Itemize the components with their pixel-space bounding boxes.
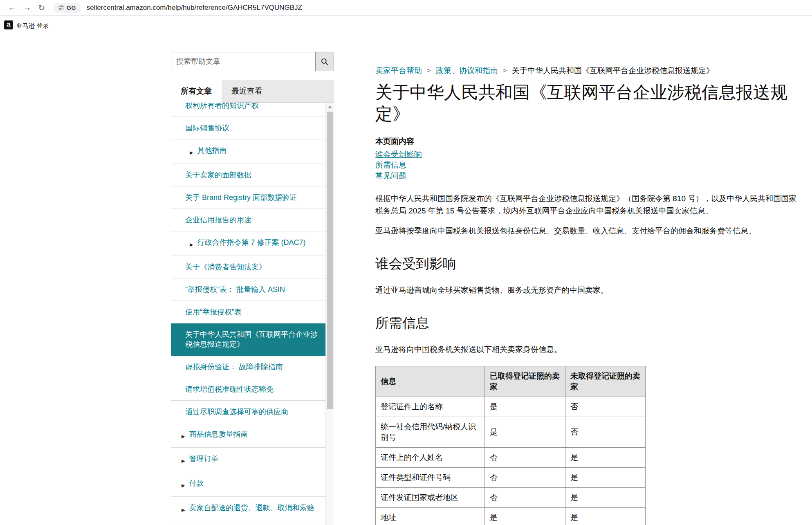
table-header-cell: 未取得登记证照的卖家 [565,366,646,397]
sidebar-item-label: 关于 Brand Registry 面部数据验证 [185,193,297,202]
table-header-cell: 信息 [376,366,485,397]
forward-icon[interactable]: → [20,3,34,12]
site-info-pill[interactable]: GG [53,3,81,13]
breadcrumb-link[interactable]: 卖家平台帮助 [375,65,422,76]
sidebar-item[interactable]: 国际销售协议 [171,117,325,139]
help-article: 卖家平台帮助>政策、协议和指南>关于中华人民共和国《互联网平台企业涉税信息报送规… [375,65,812,525]
reload-icon[interactable]: ↻ [34,3,49,13]
section-paragraph-affected: 通过亚马逊商城向全球买家销售货物、服务或无形资产的中国卖家。 [375,285,797,296]
help-search-bar [171,52,334,71]
sidebar-item[interactable]: 通过尽职调查选择可靠的供应商 [171,401,325,423]
sidebar-item-label: 权利所有者的知识产权 [185,103,259,110]
sidebar-item-label: “举报侵权”表： 批量输入 ASIN [185,285,285,294]
table-row: 证件上的个人姓名否是 [376,448,646,468]
table-cell: 是 [485,508,565,525]
sidebar-item-label: 行政合作指令第 7 修正案 (DAC7) [197,238,305,247]
breadcrumb-link[interactable]: 政策、协议和指南 [436,65,498,76]
table-cell: 地址 [376,508,485,525]
toc-link[interactable]: 所需信息 [375,160,812,171]
section-heading-required-info: 所需信息 [375,314,812,332]
search-button[interactable] [315,52,334,71]
expand-arrow-icon[interactable]: ▶ [190,148,193,157]
sidebar-tab[interactable]: 所有文章 [171,80,222,103]
sidebar-item[interactable]: ▶其他指南 [171,139,325,164]
sidebar-item-label: 关于卖家的面部数据 [185,170,251,180]
help-sidebar: 所有文章最近查看 权利所有者的知识产权国际销售协议▶其他指南关于卖家的面部数据关… [171,52,334,525]
sidebar-item[interactable]: ▶管理订单 [171,448,325,472]
sidebar-item[interactable]: 关于卖家的面部数据 [171,164,325,186]
expand-arrow-icon[interactable]: ▶ [182,505,185,515]
table-cell: 是 [565,508,646,525]
sidebar-item[interactable]: ▶行政合作指令第 7 修正案 (DAC7) [171,231,325,256]
toc-link[interactable]: 常见问题 [375,171,812,181]
sidebar-scrollbar[interactable] [325,103,334,525]
table-cell: 证件类型和证件号码 [376,468,485,488]
login-link[interactable]: 亚马逊 登录 [16,22,49,30]
page-title: 关于中华人民共和国《互联网平台企业涉税信息报送规定》 [375,82,792,125]
sidebar-item-label: 关于中华人民共和国《互联网平台企业涉税信息报送规定》 [185,330,320,349]
table-cell: 是 [565,448,646,468]
intro-paragraph-1: 根据中华人民共和国国务院发布的《互联网平台企业涉税信息报送规定》（国务院令第 8… [375,193,797,217]
expand-arrow-icon[interactable]: ▶ [182,456,185,466]
section-heading-affected: 谁会受到影响 [375,255,812,273]
sidebar-tabs: 所有文章最近查看 [171,80,334,103]
sidebar-item[interactable]: 关于 Brand Registry 面部数据验证 [171,186,325,209]
amazon-logo[interactable]: a [4,20,13,29]
sidebar-item[interactable]: 权利所有者的知识产权 [171,103,325,117]
sidebar-item[interactable]: 请求增值税准确性状态豁免 [171,378,325,401]
sidebar-item-label: 其他指南 [197,146,227,155]
sidebar-item[interactable]: ▶卖家自配送的退货、退款、取消和索赔 [171,497,325,521]
expand-arrow-icon[interactable]: ▶ [182,431,185,441]
required-info-table: 信息已取得登记证照的卖家未取得登记证照的卖家 登记证件上的名称是否统一社会信用代… [375,366,646,525]
sidebar-list-viewport: 权利所有者的知识产权国际销售协议▶其他指南关于卖家的面部数据关于 Brand R… [171,103,334,525]
sidebar-article-list: 权利所有者的知识产权国际销售协议▶其他指南关于卖家的面部数据关于 Brand R… [171,103,325,525]
table-cell: 是 [565,468,646,488]
expand-arrow-icon[interactable]: ▶ [190,240,193,249]
intro-paragraph-2: 亚马逊将按季度向中国税务机关报送包括身份信息、交易数量、收入信息、支付给平台的佣… [375,225,797,237]
breadcrumb-current: 关于中华人民共和国《互联网平台企业涉税信息报送规定》 [512,65,714,76]
sidebar-item[interactable]: 企业信用报告的用途 [171,209,325,231]
browser-toolbar: ← → ↻ GG sellercentral.amazon.com/help/h… [0,0,812,16]
expand-arrow-icon[interactable]: ▶ [182,480,185,490]
table-cell: 是 [565,488,646,508]
address-url[interactable]: sellercentral.amazon.com/help/hub/refere… [87,4,302,12]
sidebar-item[interactable]: 虚拟身份验证： 故障排除指南 [171,356,325,378]
sidebar-item[interactable]: ▶付款 [171,472,325,497]
search-input[interactable] [171,52,315,71]
breadcrumb-separator: > [503,67,507,75]
sidebar-item-label: 虚拟身份验证： 故障排除指南 [185,362,283,372]
scrollbar-thumb[interactable] [327,112,333,409]
table-cell: 证件发证国家或者地区 [376,488,485,508]
table-cell: 证件上的个人姓名 [376,448,485,468]
sidebar-item-label: 国际销售协议 [185,123,229,133]
toc-link[interactable]: 谁会受到影响 [375,149,812,160]
sidebar-item-label: 商品信息质量指南 [189,429,248,439]
table-header-cell: 已取得登记证照的卖家 [485,366,565,397]
sidebar-item[interactable]: 关于《消费者告知法案》 [171,256,325,278]
sidebar-item[interactable]: “举报侵权”表： 批量输入 ASIN [171,278,325,301]
site-badge: GG [67,4,76,11]
sidebar-tab[interactable]: 最近查看 [222,80,272,102]
sidebar-item-label: 卖家自配送的退货、退款、取消和索赔 [189,503,314,513]
back-icon[interactable]: ← [5,3,20,12]
table-cell: 否 [485,468,565,488]
table-header-row: 信息已取得登记证照的卖家未取得登记证照的卖家 [376,366,646,397]
sidebar-item[interactable]: ▶监控反馈与绩效 [171,521,325,525]
sidebar-item[interactable]: 关于中华人民共和国《互联网平台企业涉税信息报送规定》 [171,323,325,356]
sidebar-item-label: 管理订单 [189,454,218,464]
table-row: 地址是是 [376,508,646,525]
search-icon [321,58,329,66]
table-cell: 否 [565,397,646,417]
sidebar-item-label: 通过尽职调查选择可靠的供应商 [185,407,288,417]
sidebar-item[interactable]: 使用“举报侵权”表 [171,301,325,323]
sidebar-item-label: 使用“举报侵权”表 [185,307,242,317]
table-row: 登记证件上的名称是否 [376,397,646,417]
table-row: 统一社会信用代码/纳税人识别号是否 [376,417,646,448]
toc-links: 谁会受到影响所需信息常见问题 [375,149,812,181]
breadcrumb-separator: > [427,67,431,75]
table-cell: 否 [485,488,565,508]
scrollbar-up-icon[interactable] [328,105,332,108]
table-cell: 登记证件上的名称 [376,397,485,417]
sidebar-item[interactable]: ▶商品信息质量指南 [171,423,325,448]
toc-title: 本页面内容 [375,136,812,147]
